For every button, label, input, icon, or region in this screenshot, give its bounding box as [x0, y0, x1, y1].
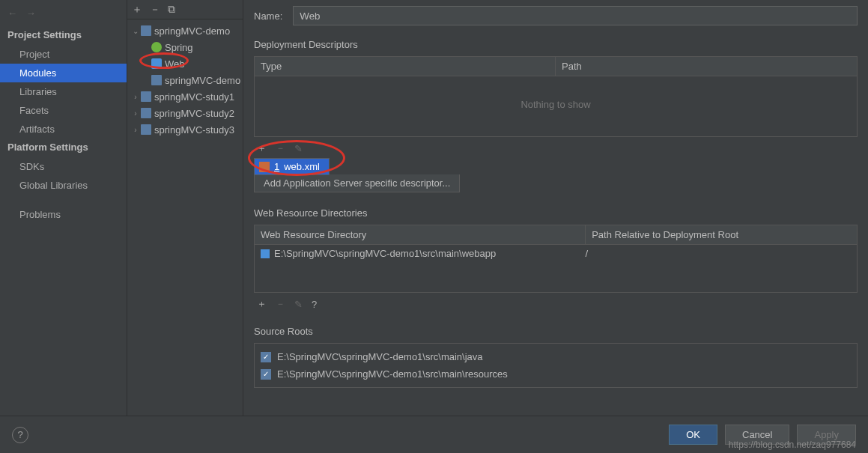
- chevron-right-icon[interactable]: ›: [130, 93, 141, 101]
- project-settings-title: Project Settings: [0, 26, 127, 45]
- column-path-relative: Path Relative to Deployment Root: [586, 225, 857, 244]
- sidebar-item-project[interactable]: Project: [0, 45, 127, 64]
- name-label: Name:: [254, 10, 282, 22]
- xml-file-icon: [259, 162, 270, 172]
- remove-descriptor-icon: －: [276, 142, 285, 155]
- source-roots-list: ✓ E:\SpringMVC\springMVC-demo1\src\main\…: [254, 343, 858, 388]
- sidebar-item-modules[interactable]: Modules: [0, 64, 127, 82]
- folder-icon: [141, 108, 151, 118]
- tree-node-module[interactable]: › springMVC-study3: [127, 121, 243, 138]
- platform-settings-title: Platform Settings: [0, 139, 127, 157]
- folder-icon: [151, 75, 162, 85]
- copy-module-icon[interactable]: ⧉: [168, 3, 175, 16]
- table-row[interactable]: E:\SpringMVC\springMVC-demo1\src\main\we…: [255, 245, 857, 262]
- folder-icon: [141, 25, 151, 36]
- source-root-item[interactable]: ✓ E:\SpringMVC\springMVC-demo1\src\main\…: [255, 348, 857, 365]
- source-root-item[interactable]: ✓ E:\SpringMVC\springMVC-demo1\src\main\…: [255, 365, 857, 383]
- tree-node-spring[interactable]: Spring: [127, 39, 243, 55]
- name-input[interactable]: [293, 6, 858, 25]
- chevron-down-icon[interactable]: ⌄: [130, 27, 141, 35]
- tree-content: ⌄ springMVC-demo Spring Web springMVC-de…: [127, 19, 243, 138]
- web-resource-table: Web Resource Directory Path Relative to …: [254, 225, 858, 293]
- webres-toolbar: ＋ － ✎ ?: [254, 293, 858, 315]
- module-tree-panel: ＋ － ⧉ ⌄ springMVC-demo Spring Web spring…: [127, 0, 243, 416]
- webres-path-value: /: [585, 248, 588, 259]
- tree-node-root[interactable]: ⌄ springMVC-demo: [127, 22, 243, 39]
- source-roots-title: Source Roots: [254, 326, 858, 337]
- remove-module-icon[interactable]: －: [150, 3, 160, 16]
- web-resource-title: Web Resource Directories: [254, 207, 858, 219]
- forward-arrow-icon[interactable]: →: [26, 7, 36, 19]
- settings-sidebar: ← → Project Settings Project Modules Lib…: [0, 0, 127, 416]
- popup-label: web.xml: [284, 161, 320, 172]
- checkbox-icon[interactable]: ✓: [261, 352, 271, 362]
- deployment-descriptors-title: Deployment Descriptors: [254, 39, 858, 50]
- add-webres-icon[interactable]: ＋: [257, 297, 267, 311]
- tree-node-web[interactable]: Web: [127, 55, 243, 72]
- source-root-path: E:\SpringMVC\springMVC-demo1\src\main\re…: [277, 368, 508, 380]
- popup-shortcut: 1: [274, 161, 279, 172]
- chevron-right-icon[interactable]: ›: [130, 109, 141, 118]
- popup-item-appserver[interactable]: Add Application Server specific descript…: [254, 174, 460, 192]
- column-path: Path: [556, 57, 857, 76]
- tree-toolbar: ＋ － ⧉: [127, 0, 243, 19]
- dialog-button-bar: ? OK Cancel Apply: [0, 416, 868, 453]
- sidebar-item-facets[interactable]: Facets: [0, 101, 127, 120]
- sidebar-item-global-libraries[interactable]: Global Libraries: [0, 176, 127, 195]
- tree-node-module[interactable]: › springMVC-study1: [127, 88, 243, 105]
- column-type: Type: [255, 57, 556, 76]
- sidebar-item-artifacts[interactable]: Artifacts: [0, 120, 127, 139]
- web-icon: [151, 58, 162, 69]
- checkbox-icon[interactable]: ✓: [261, 369, 271, 380]
- apply-button: Apply: [797, 425, 856, 445]
- edit-descriptor-icon: ✎: [294, 143, 303, 154]
- column-web-resource-dir: Web Resource Directory: [255, 225, 586, 244]
- chevron-right-icon[interactable]: ›: [130, 126, 141, 134]
- spring-icon: [151, 42, 162, 52]
- nav-arrows: ← →: [0, 7, 127, 26]
- back-arrow-icon[interactable]: ←: [7, 7, 17, 19]
- add-descriptor-popup: 1 web.xml: [254, 158, 330, 175]
- add-module-icon[interactable]: ＋: [132, 3, 142, 16]
- deployment-toolbar: ＋ － ✎: [254, 137, 858, 159]
- add-descriptor-icon[interactable]: ＋: [257, 142, 267, 155]
- help-toolbar-icon[interactable]: ?: [312, 299, 317, 310]
- help-icon[interactable]: ?: [12, 427, 28, 443]
- tree-node-module[interactable]: › springMVC-study2: [127, 105, 243, 121]
- folder-icon: [141, 124, 151, 135]
- content-panel: Name: Deployment Descriptors Type Path N…: [243, 0, 868, 416]
- empty-placeholder: Nothing to show: [255, 76, 857, 110]
- webres-dir-value: E:\SpringMVC\springMVC-demo1\src\main\we…: [274, 248, 496, 259]
- popup-item-webxml[interactable]: 1 web.xml: [255, 159, 329, 174]
- tree-node-module[interactable]: springMVC-demo: [127, 72, 243, 88]
- folder-icon: [141, 91, 151, 102]
- deployment-table: Type Path Nothing to show: [254, 56, 858, 137]
- sidebar-item-sdks[interactable]: SDKs: [0, 157, 127, 176]
- ok-button[interactable]: OK: [669, 425, 717, 445]
- source-root-path: E:\SpringMVC\springMVC-demo1\src\main\ja…: [277, 351, 483, 362]
- sidebar-item-problems[interactable]: Problems: [0, 205, 127, 224]
- sidebar-item-libraries[interactable]: Libraries: [0, 82, 127, 101]
- edit-webres-icon: ✎: [294, 299, 303, 310]
- cancel-button[interactable]: Cancel: [725, 425, 789, 445]
- remove-webres-icon: －: [276, 297, 285, 311]
- folder-icon: [261, 249, 270, 258]
